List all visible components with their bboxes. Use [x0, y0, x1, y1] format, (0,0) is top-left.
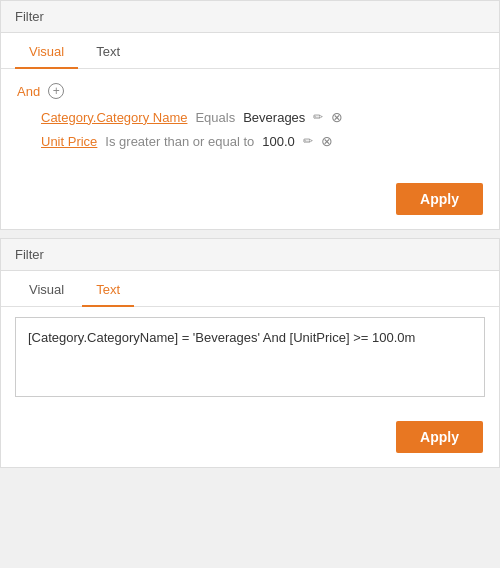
edit-row-2-icon[interactable] [303, 134, 313, 148]
remove-row-2-icon[interactable] [321, 133, 333, 149]
remove-row-1-icon[interactable] [331, 109, 343, 125]
header-label: Filter [15, 9, 44, 24]
apply-button-1[interactable]: Apply [396, 183, 483, 215]
tab-visual-1[interactable]: Visual [15, 34, 78, 69]
tab-bar-1: Visual Text [1, 33, 499, 69]
tab-text-1[interactable]: Text [82, 34, 134, 69]
apply-button-2[interactable]: Apply [396, 421, 483, 453]
visual-content-1: And + Category.Category Name Equals Beve… [1, 69, 499, 173]
field-name-2[interactable]: Unit Price [41, 134, 97, 149]
filter-panel-2-header: Filter [1, 239, 499, 271]
and-label: And [17, 84, 40, 99]
operator-2: Is greater than or equal to [105, 134, 254, 149]
apply-row-1: Apply [1, 173, 499, 229]
text-filter-content[interactable]: [Category.CategoryName] = 'Beverages' An… [15, 317, 485, 397]
edit-row-1-icon[interactable] [313, 110, 323, 124]
filter-panel-2: Filter Visual Text [Category.CategoryNam… [0, 238, 500, 468]
filter-panel-1: Filter Visual Text And + Category.Catego… [0, 0, 500, 230]
tab-bar-2: Visual Text [1, 271, 499, 307]
and-row: And + [17, 83, 483, 99]
text-filter-value: [Category.CategoryName] = 'Beverages' An… [28, 330, 415, 345]
value-2: 100.0 [262, 134, 295, 149]
value-1: Beverages [243, 110, 305, 125]
filter-panel-1-header: Filter [1, 1, 499, 33]
field-name-1[interactable]: Category.Category Name [41, 110, 187, 125]
add-filter-icon[interactable]: + [48, 83, 64, 99]
header-label-2: Filter [15, 247, 44, 262]
apply-row-2: Apply [1, 411, 499, 467]
tab-text-2[interactable]: Text [82, 272, 134, 307]
tab-visual-2[interactable]: Visual [15, 272, 78, 307]
filter-row-1: Category.Category Name Equals Beverages [41, 109, 483, 125]
operator-1: Equals [195, 110, 235, 125]
filter-row-2: Unit Price Is greater than or equal to 1… [41, 133, 483, 149]
